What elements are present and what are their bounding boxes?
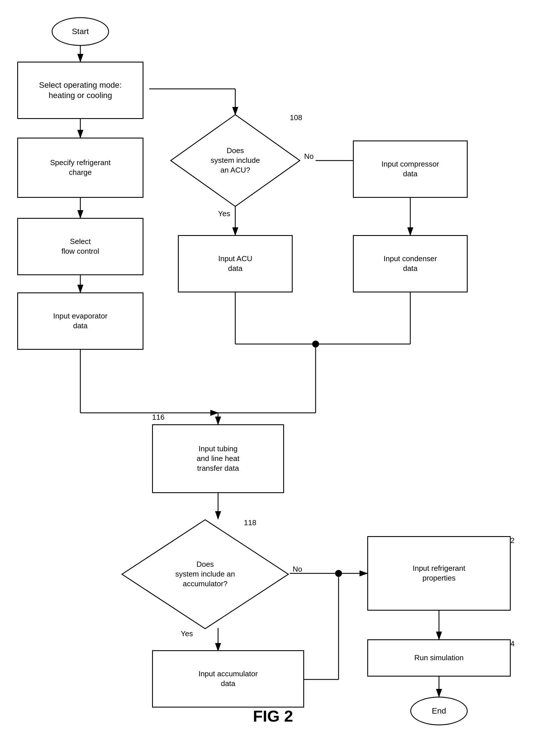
node-122: Input refrigerant properties bbox=[367, 536, 511, 611]
flowchart-container: Start 100 Select operating mode: heating… bbox=[0, 0, 546, 734]
node-100: Select operating mode: heating or coolin… bbox=[17, 62, 143, 119]
node-112: Input compressor data bbox=[353, 140, 468, 198]
node-114: Input condenser data bbox=[353, 235, 468, 292]
no-label-118: No bbox=[293, 565, 302, 574]
yes-label-108: Yes bbox=[218, 209, 230, 218]
node-118-text: Does system include an accumulator? bbox=[137, 560, 273, 589]
svg-point-23 bbox=[335, 570, 342, 577]
node-110: Input ACU data bbox=[178, 235, 293, 292]
start-node: Start bbox=[52, 17, 109, 46]
node-118: Does system include an accumulator? bbox=[120, 518, 290, 630]
no-label-108: No bbox=[304, 152, 314, 161]
svg-point-17 bbox=[312, 341, 319, 347]
figure-caption: FIG 2 bbox=[0, 707, 546, 725]
node-116: Input tubing and line heat transfer data bbox=[152, 424, 284, 493]
node-124: Run simulation bbox=[367, 639, 511, 677]
node-108-text: Does system include an ACU? bbox=[182, 146, 288, 175]
node-120: Input accumulator data bbox=[152, 650, 304, 708]
node-102: Specify refrigerant charge bbox=[17, 138, 143, 198]
node-104: Select flow control bbox=[17, 218, 143, 275]
node-106: Input evaporator data bbox=[17, 292, 143, 350]
ref-116: 116 bbox=[152, 413, 164, 422]
yes-label-118: Yes bbox=[181, 629, 193, 638]
node-108: Does system include an ACU? bbox=[169, 113, 301, 208]
